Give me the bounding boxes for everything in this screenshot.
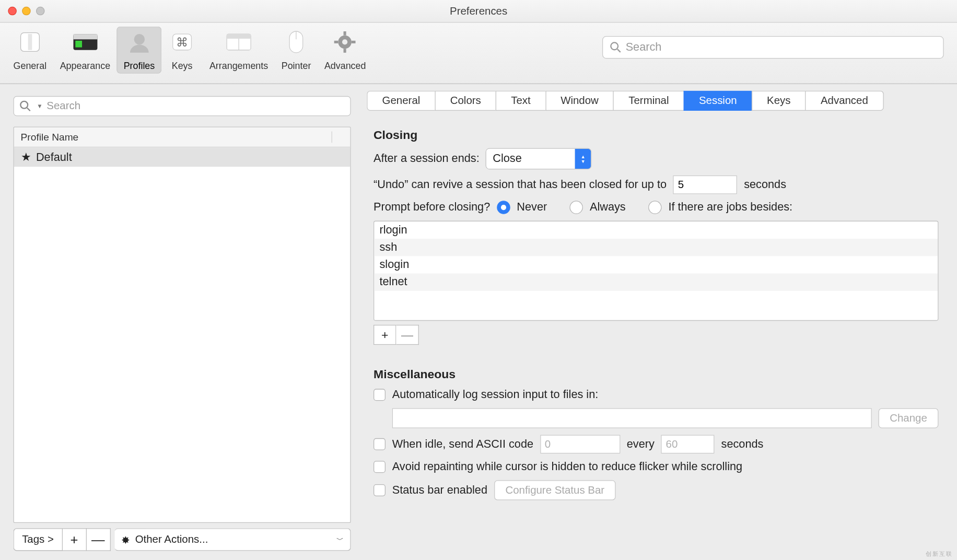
titlebar: Preferences xyxy=(0,0,957,22)
svg-rect-4 xyxy=(75,41,82,48)
profile-tabs: General Colors Text Window Terminal Sess… xyxy=(367,91,945,111)
select-handle-icon: ▲▼ xyxy=(575,149,591,169)
toolbar-item-profiles[interactable]: Profiles xyxy=(117,27,161,73)
svg-rect-9 xyxy=(227,34,251,39)
remove-job-button[interactable]: — xyxy=(396,325,418,345)
toolbar-item-advanced[interactable]: Advanced xyxy=(318,27,372,73)
search-icon xyxy=(610,41,622,53)
tab-window[interactable]: Window xyxy=(545,91,613,111)
profile-search-input[interactable] xyxy=(46,100,345,112)
svg-point-19 xyxy=(611,42,618,50)
toolbar-search-input[interactable] xyxy=(626,41,937,54)
svg-point-5 xyxy=(134,34,144,44)
tab-colors[interactable]: Colors xyxy=(435,91,495,111)
toolbar-search[interactable] xyxy=(602,36,944,59)
tab-session[interactable]: Session xyxy=(684,91,752,111)
svg-rect-17 xyxy=(334,41,339,43)
tab-terminal[interactable]: Terminal xyxy=(613,91,684,111)
arrangements-icon xyxy=(226,28,252,56)
svg-rect-16 xyxy=(344,49,346,53)
idle-seconds-input[interactable]: 60 xyxy=(661,435,715,453)
toolbar-item-pointer[interactable]: Pointer xyxy=(275,27,318,73)
profile-name: Default xyxy=(36,150,72,164)
toolbar-item-keys[interactable]: ⌘ Keys xyxy=(161,27,203,73)
chevron-down-icon: ﹀ xyxy=(336,534,344,544)
keys-icon: ⌘ xyxy=(169,28,195,56)
tags-button[interactable]: Tags > xyxy=(14,528,63,551)
add-profile-button[interactable]: + xyxy=(63,528,87,551)
profile-icon xyxy=(126,28,153,56)
prompt-option-jobs: If there are jobs besides: xyxy=(668,201,792,214)
other-actions-label: Other Actions... xyxy=(135,533,208,545)
configure-status-bar-button[interactable]: Configure Status Bar xyxy=(494,480,616,500)
maximize-icon xyxy=(36,7,45,16)
tab-general[interactable]: General xyxy=(367,91,435,111)
sliders-icon xyxy=(17,28,43,56)
toolbar-item-arrangements[interactable]: Arrangements xyxy=(203,27,275,73)
profiles-header-name[interactable]: Profile Name xyxy=(21,132,332,143)
profiles-table: Profile Name ★ Default xyxy=(14,127,351,523)
jobs-list-item[interactable] xyxy=(374,291,938,308)
avoid-repaint-label: Avoid repainting while cursor is hidden … xyxy=(392,460,742,474)
auto-log-label: Automatically log session input to files… xyxy=(392,388,599,402)
tab-advanced[interactable]: Advanced xyxy=(806,91,884,111)
prompt-option-never: Never xyxy=(517,201,547,214)
minimize-icon[interactable] xyxy=(22,7,31,16)
traffic-lights xyxy=(8,7,44,16)
profile-search[interactable]: ▼ xyxy=(14,96,351,116)
profile-panel: General Colors Text Window Terminal Sess… xyxy=(360,84,957,560)
window-title: Preferences xyxy=(0,5,957,17)
idle-checkbox[interactable] xyxy=(374,438,386,450)
svg-rect-3 xyxy=(73,34,97,39)
after-session-ends-value: Close xyxy=(486,149,575,169)
jobs-list-item[interactable]: slogin xyxy=(374,256,938,273)
profiles-header: Profile Name xyxy=(14,127,351,147)
profiles-sidebar: ▼ Profile Name ★ Default Tags > + xyxy=(0,84,360,560)
svg-rect-1 xyxy=(28,34,32,50)
mouse-icon xyxy=(283,28,310,56)
search-icon xyxy=(19,100,31,112)
profile-row[interactable]: ★ Default xyxy=(14,147,351,167)
prompt-radio-never[interactable] xyxy=(497,201,510,214)
undo-label-prefix: “Undo” can revive a session that has bee… xyxy=(374,178,667,192)
idle-code-input[interactable]: 0 xyxy=(540,435,620,453)
profiles-header-divider xyxy=(332,132,344,143)
jobs-list-item[interactable]: telnet xyxy=(374,273,938,290)
watermark: 创新互联 xyxy=(926,550,953,558)
gear-icon xyxy=(332,28,358,56)
other-actions-menu[interactable]: ✸ Other Actions... ﹀ xyxy=(114,528,351,551)
avoid-repaint-checkbox[interactable] xyxy=(374,461,386,473)
tab-text[interactable]: Text xyxy=(496,91,545,111)
jobs-list[interactable]: rlogin ssh slogin telnet xyxy=(374,221,938,321)
jobs-list-item[interactable]: rlogin xyxy=(374,221,938,239)
remove-profile-button[interactable]: — xyxy=(86,528,110,551)
tab-keys[interactable]: Keys xyxy=(752,91,806,111)
idle-every-label: every xyxy=(627,438,655,451)
jobs-list-item[interactable]: ssh xyxy=(374,239,938,256)
status-bar-label: Status bar enabled xyxy=(392,484,487,497)
svg-point-21 xyxy=(20,101,28,109)
close-icon[interactable] xyxy=(8,7,17,16)
idle-suffix-label: seconds xyxy=(721,438,764,451)
svg-point-14 xyxy=(343,39,348,44)
appearance-icon xyxy=(72,28,98,56)
status-bar-checkbox[interactable] xyxy=(374,484,386,496)
prompt-radio-jobs[interactable] xyxy=(648,201,662,214)
change-log-path-button[interactable]: Change xyxy=(878,408,938,428)
log-path-input[interactable] xyxy=(392,408,872,428)
auto-log-checkbox[interactable] xyxy=(374,389,386,401)
chevron-down-icon[interactable]: ▼ xyxy=(37,103,42,110)
prompt-before-closing-label: Prompt before closing? xyxy=(374,201,490,214)
gear-icon: ✸ xyxy=(121,533,130,546)
svg-rect-15 xyxy=(344,31,346,36)
toolbar-item-appearance[interactable]: Appearance xyxy=(53,27,117,73)
add-job-button[interactable]: + xyxy=(374,325,396,345)
misc-heading: Miscellaneous xyxy=(374,368,938,382)
after-session-ends-label: After a session ends: xyxy=(374,152,480,166)
undo-seconds-input[interactable] xyxy=(673,176,738,194)
star-icon: ★ xyxy=(21,150,31,164)
svg-line-22 xyxy=(27,108,30,111)
prompt-radio-always[interactable] xyxy=(570,201,583,214)
after-session-ends-select[interactable]: Close ▲▼ xyxy=(486,149,591,169)
toolbar-item-general[interactable]: General xyxy=(7,27,53,73)
